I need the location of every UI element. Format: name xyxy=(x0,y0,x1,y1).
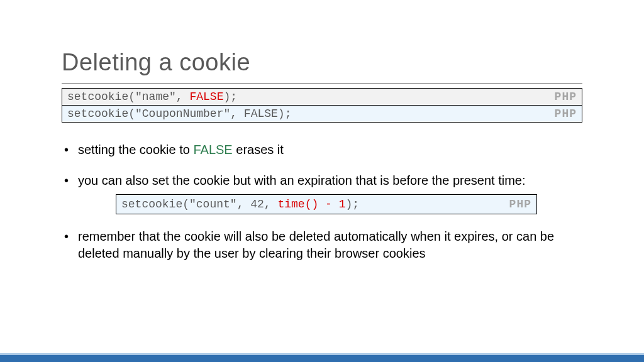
code-block-main: setcookie("name", FALSE); PHP setcookie(… xyxy=(62,88,582,123)
bullet-text: you can also set the cookie but with an … xyxy=(78,173,526,187)
code-text: setcookie("name", xyxy=(67,90,189,103)
bullet-text: erases it xyxy=(233,143,284,156)
code-text: setcookie("count", 42, xyxy=(121,198,277,211)
bullet-item-3: remember that the cookie will also be de… xyxy=(62,228,582,262)
code-line-2: setcookie("CouponNumber", FALSE); xyxy=(67,107,291,120)
slide: Deleting a cookie setcookie("name", FALS… xyxy=(0,0,644,362)
bullet-list: setting the cookie to FALSE erases it yo… xyxy=(62,141,582,276)
bullet-item-2: you can also set the cookie but with an … xyxy=(62,172,582,214)
slide-title: Deleting a cookie xyxy=(62,49,250,76)
language-badge: PHP xyxy=(509,197,531,212)
title-divider xyxy=(62,83,582,84)
code-row-template: setcookie("name", FALSE); PHP xyxy=(62,89,582,106)
code-text: ); xyxy=(345,198,359,211)
slide-footer-bar xyxy=(0,353,644,362)
language-badge: PHP xyxy=(555,90,577,103)
code-line-3: setcookie("count", 42, time() - 1); xyxy=(121,197,359,212)
bullet-text: remember that the cookie will also be de… xyxy=(78,229,554,260)
code-keyword-time: time() - 1 xyxy=(277,198,345,211)
inline-keyword-false: FALSE xyxy=(193,143,232,156)
code-block-inline: setcookie("count", 42, time() - 1); PHP xyxy=(116,194,537,214)
code-line-1: setcookie("name", FALSE); xyxy=(67,90,237,103)
language-badge: PHP xyxy=(555,107,577,120)
bullet-text: setting the cookie to xyxy=(78,143,193,156)
code-text: ); xyxy=(223,90,237,103)
bullet-item-1: setting the cookie to FALSE erases it xyxy=(62,141,582,158)
code-keyword-false: FALSE xyxy=(189,90,223,103)
code-row-example: setcookie("CouponNumber", FALSE); PHP xyxy=(62,106,582,122)
